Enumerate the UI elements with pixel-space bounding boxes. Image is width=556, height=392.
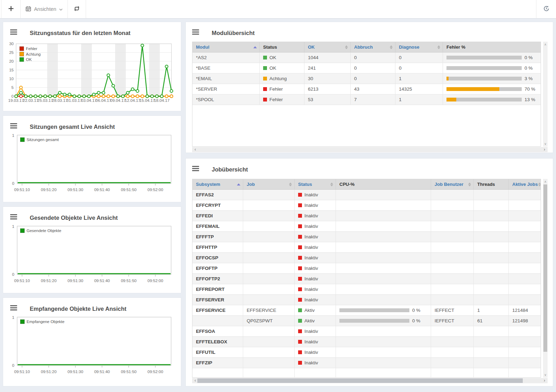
sort-icon: [468, 182, 471, 186]
svg-text:09:51:20: 09:51:20: [41, 370, 57, 374]
column-header[interactable]: OK: [304, 42, 351, 52]
table-row[interactable]: EFFEDIInaktiv: [192, 211, 541, 221]
table-row[interactable]: EFFOFTPInaktiv: [192, 263, 541, 274]
table-row[interactable]: EFFSOAInaktiv: [192, 326, 541, 337]
column-header[interactable]: Diagnose: [395, 42, 443, 52]
panel-menu-icon[interactable]: [10, 123, 17, 129]
progress-cell: [336, 295, 431, 305]
table-row[interactable]: EFFSERVICEEFFSERVICEAktiv0 %IEFFECT11214…: [192, 305, 541, 316]
column-header[interactable]: Job: [243, 179, 295, 189]
progress-cell: [336, 337, 431, 347]
column-header-label: Modul: [196, 44, 209, 50]
scroll-left-arrow[interactable]: ‹: [193, 147, 198, 152]
table-cell: [474, 190, 509, 200]
add-panel-button[interactable]: [1, 0, 21, 18]
progress-bar: [446, 98, 522, 102]
table-row[interactable]: *AS2OK1044000 %: [192, 52, 541, 63]
ansichten-dropdown-button[interactable]: Ansichten: [21, 0, 68, 18]
table-cell: [509, 337, 541, 347]
jobs-vertical-scrollbar[interactable]: ∧ ∨: [543, 179, 548, 378]
table-row[interactable]: EFFOFTP2Inaktiv: [192, 274, 541, 284]
scroll-right-arrow[interactable]: ›: [542, 147, 547, 152]
scrollbar-thumb[interactable]: [197, 378, 523, 383]
table-row[interactable]: EFFREPORTInaktiv: [192, 284, 541, 295]
scroll-left-arrow[interactable]: ‹: [193, 378, 198, 383]
column-header[interactable]: Status: [295, 179, 336, 189]
table-cell: [509, 232, 541, 242]
table-cell: [474, 211, 509, 221]
table-cell: [431, 368, 474, 378]
panel-menu-icon[interactable]: [10, 214, 17, 220]
column-header[interactable]: CPU-%: [336, 179, 431, 189]
table-cell: EFFOFTP: [192, 263, 243, 273]
table-row[interactable]: EFFUTILInaktiv: [192, 347, 541, 358]
column-header-label: Abbruch: [354, 44, 373, 50]
svg-text:09:51:50: 09:51:50: [121, 370, 136, 374]
sessions-month-chart[interactable]: 05101520253019.03.1722.03.1725.03.1728.0…: [3, 39, 182, 109]
panel-menu-icon[interactable]: [10, 29, 17, 35]
panel-title: Gesendete Objekte Live Ansicht: [30, 215, 118, 221]
repeat-icon: [73, 6, 80, 13]
column-header[interactable]: Status: [260, 42, 304, 52]
table-cell: [431, 347, 474, 357]
scroll-up-arrow[interactable]: ∧: [543, 180, 548, 184]
modules-vertical-scrollbar[interactable]: ∧ ∨: [543, 42, 548, 147]
progress-cell: [336, 242, 431, 252]
table-row[interactable]: *EMAILAchtung30013 %: [192, 74, 541, 84]
table-row[interactable]: EFFEMAILInaktiv: [192, 221, 541, 232]
column-header[interactable]: Subsystem: [192, 179, 243, 189]
scroll-right-arrow[interactable]: ›: [542, 378, 547, 383]
panel-menu-icon[interactable]: [192, 166, 199, 172]
modules-table-header: ModulStatusOKAbbruchDiagnoseFehler %: [192, 42, 541, 52]
table-cell: [509, 190, 541, 200]
scrollbar-thumb[interactable]: [543, 184, 547, 352]
table-row[interactable]: *SPOOLFehler537113 %: [192, 94, 541, 105]
table-row[interactable]: EFFOCSPInaktiv: [192, 253, 541, 263]
sessions-live-chart[interactable]: Sitzungen gesamt1009:51:1009:51:2009:51:…: [3, 133, 182, 197]
column-header[interactable]: Threads: [474, 179, 509, 189]
table-row[interactable]: EFFFTPInaktiv: [192, 232, 541, 242]
table-cell: [243, 274, 295, 284]
table-row[interactable]: EFFCRYPTInaktiv: [192, 200, 541, 211]
panel-menu-icon[interactable]: [10, 305, 17, 311]
table-row[interactable]: EFFAS2Inaktiv: [192, 190, 541, 200]
status-cell: OK: [260, 63, 304, 73]
column-header[interactable]: Aktive Jobs: [509, 179, 541, 189]
table-row[interactable]: QP0ZSPWTAktiv0 %IEFFECT61121498: [192, 316, 541, 326]
progress-cell: [336, 358, 431, 368]
column-header[interactable]: Job Benutzer: [431, 179, 474, 189]
column-header[interactable]: Modul: [192, 42, 260, 52]
scroll-down-arrow[interactable]: ∨: [543, 142, 548, 146]
sort-icon: [538, 182, 541, 186]
column-header[interactable]: Abbruch: [351, 42, 395, 52]
table-row[interactable]: EFFZIPInaktiv: [192, 358, 541, 368]
table-row[interactable]: *BASEOK241000 %: [192, 63, 541, 74]
panel-title: Sitzungsstatus für den letzten Monat: [30, 30, 131, 36]
status-cell: Inaktiv: [295, 190, 336, 200]
table-row[interactable]: EFFTELEBOXInaktiv: [192, 337, 541, 347]
table-cell: [474, 263, 509, 273]
jobs-horizontal-scrollbar[interactable]: ‹ ›: [192, 378, 548, 383]
scroll-down-arrow[interactable]: ∨: [543, 373, 548, 377]
modules-horizontal-scrollbar[interactable]: ‹ ›: [192, 147, 548, 152]
status-square-icon: [298, 235, 302, 239]
svg-text:28.03.17: 28.03.17: [52, 98, 68, 103]
scroll-up-arrow[interactable]: ∧: [543, 42, 548, 47]
table-row[interactable]: *SERVERFehler6213431432570 %: [192, 84, 541, 94]
sent-live-chart[interactable]: Gesendete Objekte1009:51:1009:51:2009:51…: [3, 224, 182, 288]
column-header-label: Status: [263, 44, 277, 50]
table-cell: [243, 337, 295, 347]
panel-menu-icon[interactable]: [192, 29, 199, 35]
table-row[interactable]: EFFHTTPInaktiv: [192, 242, 541, 253]
modules-table-body: *AS2OK1044000 %*BASEOK241000 %*EMAILAcht…: [192, 52, 541, 105]
table-row[interactable]: EFFSERVERInaktiv: [192, 295, 541, 305]
refresh-layout-button[interactable]: [68, 0, 86, 18]
status-cell: Inaktiv: [295, 347, 336, 357]
history-button[interactable]: [536, 0, 556, 18]
column-header[interactable]: Fehler %: [443, 42, 541, 52]
progress-cell: 13 %: [443, 94, 541, 105]
received-live-chart[interactable]: Empfangene Objekte1009:51:1009:51:2009:5…: [3, 315, 182, 379]
panel-modules: Modulübersicht ModulStatusOKAbbruchDiagn…: [185, 22, 553, 153]
svg-text:31.03.17: 31.03.17: [66, 98, 82, 103]
sort-icon: [237, 183, 240, 186]
